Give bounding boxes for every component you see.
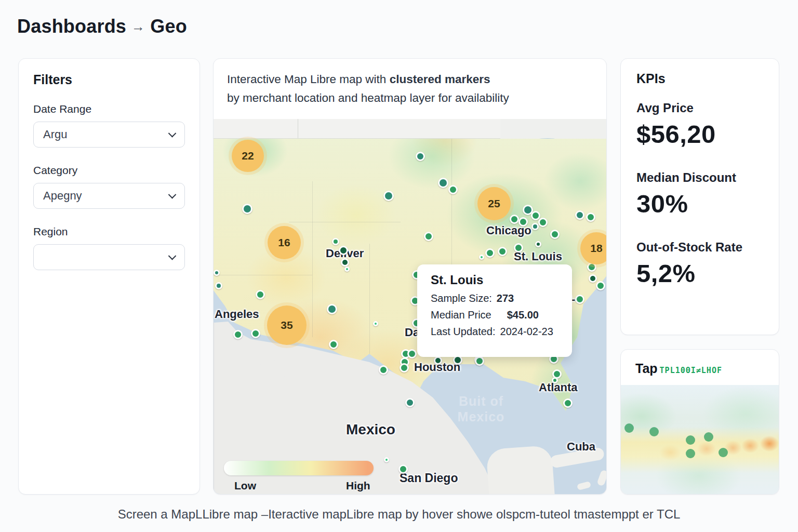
merchant-marker[interactable] [332,238,339,245]
merchant-marker[interactable] [510,215,519,224]
city-label-los-angeles: Angeles [215,308,259,321]
merchant-marker[interactable] [575,210,584,220]
filters-panel: Filters Date Range Argu Category Apegny … [18,58,200,495]
cluster-marker-22[interactable]: 22 [232,140,264,172]
region-label: Region [33,225,185,238]
legend-low-label: Low [234,480,256,492]
chevron-down-icon [168,190,177,198]
tap-title: Tap [635,361,658,376]
date-range-label: Date Range [33,103,185,115]
mini-marker [649,427,659,436]
merchant-marker[interactable] [563,398,573,408]
merchant-marker[interactable] [327,304,337,314]
maplibre-map[interactable]: Buit of Mexico Deliver Chicago St. Louis… [214,119,607,495]
legend-high-label: High [346,480,370,492]
city-label-san-diego: San Diego [400,471,458,485]
merchant-marker[interactable] [233,330,243,339]
breadcrumb-dashboards[interactable]: Dashboards [17,16,126,37]
merchant-marker[interactable] [344,267,350,272]
category-select[interactable]: Apegny [33,183,185,209]
merchant-marker[interactable] [531,223,539,230]
kpis-panel: KPIs Avg Price $56,20 Median Discount 30… [620,58,779,335]
kpis-title: KPIs [636,71,763,86]
breadcrumb-geo: Geo [150,16,187,37]
breadcrumb: Dashboards→Geo [17,16,187,37]
merchant-marker[interactable] [479,255,484,260]
gulf-of-mexico-label: Buit of Mexico [437,393,525,424]
merchant-marker[interactable] [550,230,560,239]
merchant-marker[interactable] [398,464,408,474]
map-title: Interactive Map Libre map with clustered… [214,59,606,108]
merchant-marker[interactable] [251,329,260,338]
map-island [596,470,607,487]
merchant-marker[interactable] [538,218,548,227]
map-island [577,481,591,490]
category-value: Apegny [43,189,82,203]
cluster-marker-16[interactable]: 16 [268,226,301,259]
merchant-marker[interactable] [407,349,417,358]
kpi-out-of-stock-rate: Out-of-Stock Rate 5,2% [636,240,763,288]
merchant-marker[interactable] [215,282,222,289]
merchant-marker[interactable] [552,377,558,383]
merchant-marker[interactable] [475,356,484,366]
country-label-mexico: Mexico [346,421,395,438]
merchant-marker[interactable] [329,340,338,349]
merchant-marker[interactable] [341,258,349,267]
merchant-marker[interactable] [256,290,265,299]
chevron-down-icon [168,251,177,260]
merchant-marker[interactable] [586,212,595,222]
city-label-atlanta: Atlanta [539,381,578,394]
tooltip-title: St. Louis [431,273,562,287]
country-label-cuba: Cuba [567,440,595,454]
chevron-down-icon [168,129,177,137]
tooltip-last-updated: Last Updated: 2024-02-23 [431,326,562,338]
merchant-marker[interactable] [383,191,394,201]
kpi-median-discount: Median Discount 30% [636,170,763,218]
merchant-marker[interactable] [575,295,584,304]
merchant-marker[interactable] [485,248,495,258]
map-panel: Interactive Map Libre map with clustered… [213,58,607,495]
merchant-marker[interactable] [448,185,458,194]
heatmap-legend-gradient [224,461,374,475]
region-select[interactable] [33,244,185,270]
tap-panel: Tap TPL10ΘI≠LHOF [620,349,779,495]
mini-marker [686,449,695,458]
map-tooltip: St. Louis Sample Size: 273 Median Price … [417,264,572,357]
cluster-marker-35[interactable]: 35 [267,305,307,345]
merchant-marker[interactable] [400,363,409,373]
category-label: Category [33,164,185,177]
merchant-marker[interactable] [339,246,348,255]
city-label-st-louis: St. Louis [514,250,562,263]
mini-heatmap[interactable] [621,385,779,495]
merchant-marker[interactable] [498,247,507,256]
merchant-marker[interactable] [373,321,378,326]
filters-title: Filters [33,72,185,87]
merchant-marker[interactable] [242,204,252,214]
merchant-marker[interactable] [438,178,448,188]
mini-marker [719,448,728,457]
merchant-marker[interactable] [214,270,220,276]
tap-code-text: TPL10ΘI≠LHOF [660,366,722,375]
merchant-marker[interactable] [589,274,597,283]
merchant-marker[interactable] [596,281,605,290]
tooltip-median-price: Median Price $45.00 [431,309,562,321]
merchant-marker[interactable] [384,457,389,462]
merchant-marker[interactable] [535,241,541,247]
date-range-value: Argu [43,128,67,141]
cluster-marker-25[interactable]: 25 [477,187,511,220]
tooltip-sample-size: Sample Size: 273 [431,292,562,304]
mini-marker [704,432,713,442]
merchant-marker[interactable] [424,232,433,241]
merchant-marker[interactable] [514,243,523,252]
mini-marker [624,423,634,433]
merchant-marker[interactable] [379,365,388,375]
merchant-marker[interactable] [405,398,415,407]
kpi-avg-price: Avg Price $56,20 [636,101,763,149]
merchant-marker[interactable] [434,356,442,365]
date-range-select[interactable]: Argu [33,122,185,148]
footer-caption: Screen a MapLLibre map –Iteractive mapLi… [0,507,798,522]
breadcrumb-arrow-icon: → [131,19,145,34]
mini-marker [686,435,695,445]
merchant-marker[interactable] [416,152,425,161]
merchant-marker[interactable] [518,217,528,227]
